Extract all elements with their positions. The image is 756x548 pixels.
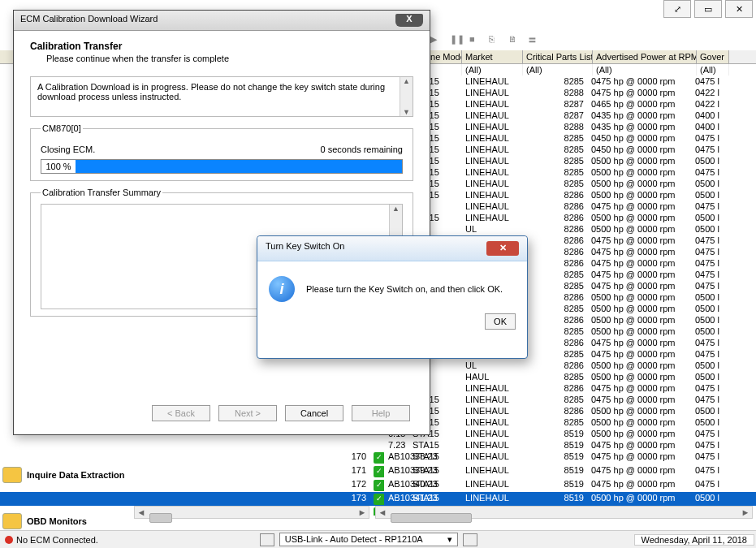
progress-percent: 100 % bbox=[41, 162, 76, 171]
refresh-icon[interactable] bbox=[463, 533, 477, 546]
close-icon[interactable]: ✕ bbox=[725, 0, 753, 18]
section-subtitle: Please continue when the transfer is com… bbox=[46, 54, 413, 63]
status-bar: No ECM Connected. USB-Link - Auto Detect… bbox=[0, 530, 756, 548]
column-filter[interactable]: (All) bbox=[523, 64, 593, 76]
message-scrollbar[interactable] bbox=[400, 77, 413, 116]
stop-icon[interactable]: ■ bbox=[469, 34, 482, 47]
popup-message: Please turn the Key Switch on, and then … bbox=[306, 284, 503, 294]
copy-icon[interactable]: ⎘ bbox=[489, 34, 502, 47]
wizard-title: ECM Calibration Download Wizard bbox=[20, 14, 158, 27]
column-header[interactable]: Market bbox=[462, 50, 523, 63]
play-icon[interactable]: ▶ bbox=[430, 34, 443, 47]
sidebar-label: OBD Monitors bbox=[27, 516, 87, 526]
wizard-close-button[interactable]: X bbox=[395, 14, 423, 27]
progress-group: CM870[0] Closing ECM. 0 seconds remainin… bbox=[30, 123, 413, 181]
help-button: Help bbox=[352, 405, 410, 421]
section-title: Calibration Transfer bbox=[30, 41, 413, 52]
adapter-combo[interactable]: USB-Link - Auto Detect - RP1210A▾ bbox=[279, 533, 458, 546]
download-message: A Calibration Download is in progress. P… bbox=[37, 82, 385, 101]
expand-icon[interactable]: ⤢ bbox=[663, 0, 691, 18]
info-icon: i bbox=[269, 276, 295, 302]
left-hscroll[interactable]: ◄► bbox=[134, 506, 369, 519]
module-label: CM870[0] bbox=[41, 123, 83, 133]
cancel-button[interactable]: Cancel bbox=[285, 405, 343, 421]
table-row[interactable]: 170✓AB10338.23STA15LINEHAUL85190475 hp @… bbox=[0, 451, 756, 464]
progress-bar: 100 % bbox=[41, 159, 403, 174]
table-row[interactable]: 7.23STA15LINEHAUL85190475 hp @ 0000 rpm0… bbox=[0, 439, 756, 451]
status-date: Wednesday, April 11, 2018 bbox=[634, 534, 754, 546]
sidebar-label: Inquire Data Extraction bbox=[27, 470, 124, 480]
ok-button[interactable]: OK bbox=[485, 313, 516, 330]
column-header[interactable]: Critical Parts List bbox=[523, 50, 593, 63]
pause-icon[interactable]: ❚❚ bbox=[450, 34, 463, 47]
restore-icon[interactable]: ▭ bbox=[694, 0, 722, 18]
remaining-text: 0 seconds remaining bbox=[320, 145, 403, 154]
extract-icon bbox=[2, 467, 22, 483]
obd-icon bbox=[2, 513, 22, 529]
grid-icon[interactable]: 〓 bbox=[528, 34, 541, 47]
status-indicator-icon bbox=[5, 536, 13, 544]
popup-title: Turn Key Switch On bbox=[266, 241, 344, 256]
key-switch-popup: Turn Key Switch On ✕ i Please turn the K… bbox=[257, 235, 528, 359]
sidebar-item-obd[interactable]: OBD Monitors bbox=[2, 513, 87, 529]
download-wizard-dialog: ECM Calibration Download Wizard X Calibr… bbox=[13, 10, 430, 435]
column-filter[interactable]: (All) bbox=[697, 64, 729, 76]
next-button: Next > bbox=[218, 405, 277, 421]
table-row[interactable]: 173✓AB10341.23STA15LINEHAUL85190500 hp @… bbox=[0, 492, 756, 506]
back-button: < Back bbox=[152, 405, 210, 421]
progress-fill bbox=[76, 160, 402, 173]
column-header[interactable]: Advertised Power at RPM bbox=[593, 50, 697, 63]
device-icon[interactable] bbox=[260, 533, 274, 546]
right-hscroll[interactable]: ◄► bbox=[375, 506, 753, 519]
doc-icon[interactable]: 🗎 bbox=[508, 34, 521, 47]
popup-close-button[interactable]: ✕ bbox=[486, 241, 519, 256]
column-filter[interactable]: (All) bbox=[593, 64, 697, 76]
column-header[interactable]: Gover bbox=[697, 50, 729, 63]
status-text: No ECM Connected. bbox=[16, 535, 98, 545]
adapter-value: USB-Link - Auto Detect - RP1210A bbox=[285, 534, 423, 545]
column-filter[interactable]: (All) bbox=[462, 64, 523, 76]
message-box: A Calibration Download is in progress. P… bbox=[30, 76, 413, 117]
closing-text: Closing ECM. bbox=[41, 145, 95, 154]
sidebar-item-inquire[interactable]: Inquire Data Extraction bbox=[2, 467, 124, 483]
summary-label: Calibration Transfer Summary bbox=[41, 188, 162, 197]
